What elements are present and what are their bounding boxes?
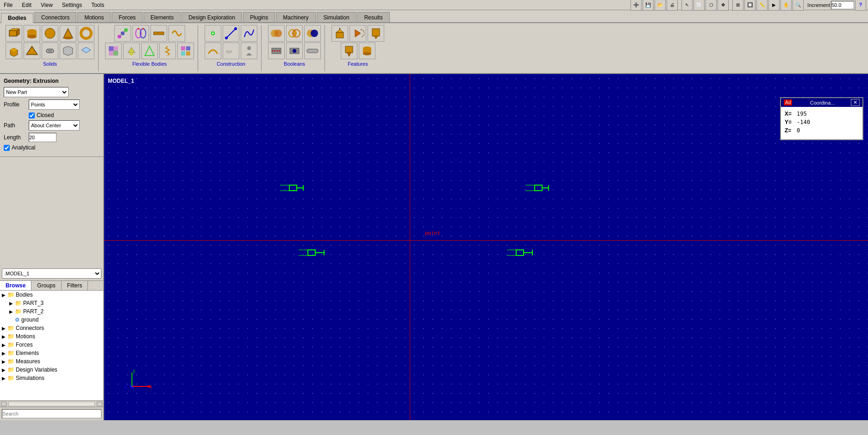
tree-item-part3[interactable]: ▶ 📁 PART_3 [0, 299, 103, 307]
tab-simulation[interactable]: Simulation [317, 12, 356, 22]
tree-item-part2[interactable]: ▶ 📁 PART_2 [0, 307, 103, 316]
tb-open[interactable]: 📂 [655, 0, 666, 11]
flex-import-icon[interactable] [123, 43, 140, 59]
tree-item-connectors[interactable]: ▶ 📁 Connectors [0, 324, 103, 332]
feat-download-icon[interactable] [341, 43, 357, 59]
coord-close-button[interactable]: ✕ [851, 99, 860, 106]
tab-motions[interactable]: Motions [77, 12, 111, 22]
flex-pts-icon[interactable] [177, 43, 194, 59]
tb-zoom[interactable]: 🔍 [793, 0, 804, 11]
flex-spring-icon[interactable] [159, 43, 176, 59]
tree-toggle-simulations[interactable]: ▶ [2, 376, 7, 381]
tree-toggle-part3[interactable]: ▶ [9, 301, 15, 306]
solid-cone-icon[interactable] [60, 25, 76, 42]
solid-link-icon[interactable] [42, 43, 58, 59]
tree-toggle-measures[interactable]: ▶ [2, 359, 7, 364]
viewport[interactable]: MODEL_1 point [104, 74, 868, 420]
tb-pan[interactable]: ✋ [781, 0, 792, 11]
tree-toggle-designvars[interactable]: ▶ [2, 367, 7, 373]
flex-modal-icon[interactable] [105, 43, 122, 59]
menu-edit[interactable]: Edit [20, 2, 33, 8]
const-person-icon[interactable] [241, 43, 257, 59]
solid-pyramid-icon[interactable] [24, 43, 40, 59]
flex-beam-icon[interactable] [150, 25, 167, 42]
tb-box[interactable]: ⬜ [693, 0, 705, 11]
flex-continuous-icon[interactable] [132, 25, 149, 42]
tab-forces[interactable]: Forces [112, 12, 143, 22]
tree-toggle-elements[interactable]: ▶ [2, 351, 7, 356]
bool-union-icon[interactable] [268, 25, 285, 42]
solid-torus-icon[interactable] [78, 25, 94, 42]
menu-view[interactable]: View [39, 2, 55, 8]
const-point-icon[interactable] [205, 25, 221, 42]
tb-print[interactable]: 🖨 [667, 0, 678, 11]
flex-cable-icon[interactable] [169, 25, 185, 42]
feat-extrude-icon[interactable] [331, 25, 348, 42]
tb-snap[interactable]: 🔲 [744, 0, 756, 11]
tree-hscroll[interactable] [0, 400, 103, 407]
tree-item-ground[interactable]: ▶ ⚙ ground [0, 316, 103, 324]
tree-item-designvars[interactable]: ▶ 📁 Design Variables [0, 366, 103, 374]
tab-machinery[interactable]: Machinery [276, 12, 315, 22]
const-arc-icon[interactable] [205, 43, 221, 59]
tb-new[interactable]: ➕ [631, 0, 642, 11]
tab-results[interactable]: Results [357, 12, 390, 22]
tree-toggle-motions[interactable]: ▶ [2, 334, 7, 339]
increment-input[interactable] [831, 1, 854, 9]
flex-discrete-icon[interactable] [114, 25, 131, 42]
solid-sheet-icon[interactable] [78, 43, 94, 59]
menu-tools[interactable]: Tools [89, 2, 106, 8]
tb-select[interactable]: ↖ [681, 0, 693, 11]
const-curve-icon[interactable] [241, 25, 257, 42]
tb-move[interactable]: ✥ [718, 0, 729, 11]
closed-checkbox[interactable] [29, 112, 35, 118]
tree-toggle-bodies[interactable]: ▶ [2, 292, 7, 298]
tb-poly[interactable]: ⬡ [706, 0, 717, 11]
solid-sphere-icon[interactable] [42, 25, 58, 42]
flex-mesh-icon[interactable] [141, 43, 158, 59]
bool-cut-icon[interactable] [268, 43, 285, 59]
tree-toggle-connectors[interactable]: ▶ [2, 326, 7, 331]
profile-select[interactable]: Points Curve Sketch [29, 99, 80, 110]
tree-item-motions[interactable]: ▶ 📁 Motions [0, 332, 103, 341]
tab-design-exploration[interactable]: Design Exploration [181, 12, 242, 22]
feat-cylinder-icon[interactable] [359, 43, 375, 59]
const-line-icon[interactable] [223, 25, 239, 42]
tab-connectors[interactable]: Connectors [34, 12, 76, 22]
menu-file[interactable]: File [2, 2, 14, 8]
tree-item-elements[interactable]: ▶ 📁 Elements [0, 349, 103, 357]
length-input[interactable] [29, 133, 56, 142]
model-select[interactable]: .MODEL_1 [2, 268, 101, 279]
tb-sim[interactable]: ▶ [768, 0, 780, 11]
tab-elements[interactable]: Elements [144, 12, 181, 22]
new-part-select[interactable]: New Part PART_2 PART_3 [4, 87, 69, 97]
solid-plate-icon[interactable] [60, 43, 76, 59]
tree-toggle-part2[interactable]: ▶ [9, 309, 15, 314]
bool-intersect-icon[interactable] [286, 25, 303, 42]
solid-extrude-icon[interactable] [6, 43, 22, 59]
const-xyz-icon[interactable]: xyz [223, 43, 239, 59]
browse-tab-filters[interactable]: Filters [62, 281, 88, 290]
solid-cylinder-icon[interactable] [24, 25, 40, 42]
bool-hole-icon[interactable] [286, 43, 303, 59]
menu-settings[interactable]: Settings [60, 2, 84, 8]
tree-toggle-forces[interactable]: ▶ [2, 342, 7, 348]
tree-item-forces[interactable]: ▶ 📁 Forces [0, 341, 103, 349]
tb-save[interactable]: 💾 [643, 0, 654, 11]
feat-import-icon[interactable] [368, 25, 384, 42]
solid-box-icon[interactable] [6, 25, 22, 42]
feat-revolve-icon[interactable] [350, 25, 366, 42]
tree-item-simulations[interactable]: ▶ 📁 Simulations [0, 374, 103, 382]
tb-grid[interactable]: ⊞ [732, 0, 743, 11]
tree-item-measures[interactable]: ▶ 📁 Measures [0, 357, 103, 366]
analytical-checkbox[interactable] [4, 145, 10, 151]
path-select[interactable]: About Center One Direction Two Direction… [29, 120, 80, 130]
browse-tab-browse[interactable]: Browse [0, 281, 31, 290]
bool-subtract-icon[interactable] [304, 25, 321, 42]
tb-measure[interactable]: 📏 [756, 0, 768, 11]
tb-help[interactable]: ? [855, 0, 866, 11]
tab-plugins[interactable]: Plugins [243, 12, 275, 22]
browse-tab-groups[interactable]: Groups [31, 281, 61, 290]
tree-item-bodies[interactable]: ▶ 📁 Bodies [0, 291, 103, 299]
tab-bodies[interactable]: Bodies [1, 13, 33, 23]
